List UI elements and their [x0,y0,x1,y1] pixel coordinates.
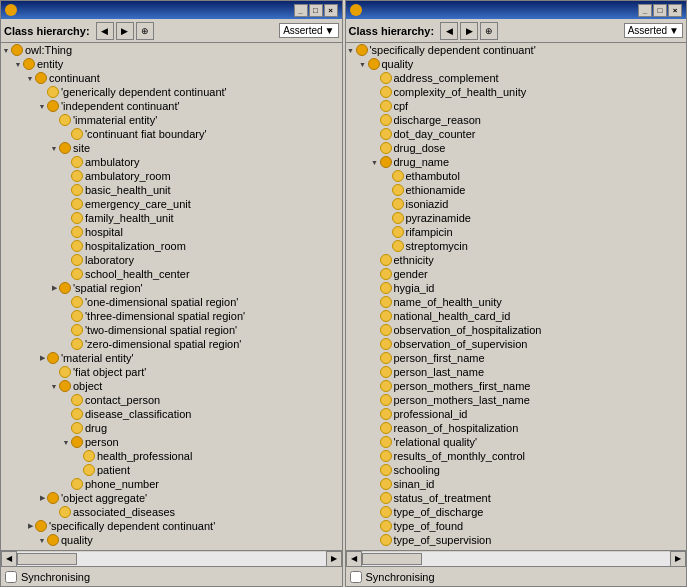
tree-item[interactable]: ambulatory [1,155,342,169]
tree-item[interactable]: person_mothers_last_name [346,393,687,407]
tree-item[interactable]: family_health_unit [1,211,342,225]
left-add-btn[interactable]: ⊕ [136,22,154,40]
tree-item[interactable]: ▼owl:Thing [1,43,342,57]
tree-item[interactable]: status_of_treatment [346,491,687,505]
right-maximize-btn[interactable]: □ [653,4,667,17]
tree-item[interactable]: dot_day_counter [346,127,687,141]
tree-item[interactable]: sinan_id [346,477,687,491]
tree-toggle[interactable]: ▼ [358,59,368,69]
tree-item[interactable]: observation_of_hospitalization [346,323,687,337]
tree-item[interactable]: hospitalization_room [1,239,342,253]
left-hscroll-thumb[interactable] [17,553,77,565]
right-hscrollbar[interactable]: ◀ ▶ [346,550,687,566]
left-hscroll-track[interactable] [17,552,326,566]
tree-toggle[interactable]: ▼ [49,381,59,391]
tree-item[interactable]: streptomycin [346,239,687,253]
left-close-btn[interactable]: × [324,4,338,17]
tree-item[interactable]: 'generically dependent continuant' [1,85,342,99]
right-add-btn[interactable]: ⊕ [480,22,498,40]
tree-item[interactable]: 'three-dimensional spatial region' [1,309,342,323]
left-minimize-btn[interactable]: _ [294,4,308,17]
tree-toggle[interactable]: ▼ [49,143,59,153]
tree-item[interactable]: ethnicity [346,253,687,267]
tree-item[interactable]: reason_of_hospitalization [346,421,687,435]
tree-item[interactable]: pyrazinamide [346,211,687,225]
tree-toggle[interactable]: ▼ [37,535,47,545]
tree-item[interactable]: name_of_health_unity [346,295,687,309]
tree-item[interactable]: person_first_name [346,351,687,365]
tree-item[interactable]: ▶'object aggregate' [1,491,342,505]
tree-item[interactable]: ▼quality [346,57,687,71]
tree-toggle[interactable]: ▶ [49,283,59,293]
tree-item[interactable]: associated_diseases [1,505,342,519]
tree-item[interactable]: patient [1,463,342,477]
tree-item[interactable]: ▶'spatial region' [1,281,342,295]
right-tree[interactable]: ▼'specifically dependent continuant'▼qua… [346,43,687,550]
tree-item[interactable]: laboratory [1,253,342,267]
tree-item[interactable]: emergency_care_unit [1,197,342,211]
left-maximize-btn[interactable]: □ [309,4,323,17]
tree-toggle[interactable]: ▼ [25,73,35,83]
tree-item[interactable]: professional_id [346,407,687,421]
tree-item[interactable]: phone_number [1,477,342,491]
right-back-btn[interactable]: ◀ [440,22,458,40]
tree-item[interactable]: 'continuant fiat boundary' [1,127,342,141]
tree-item[interactable]: type_of_supervision [346,533,687,547]
tree-toggle[interactable]: ▶ [37,493,47,503]
left-asserted-btn[interactable]: Asserted ▼ [279,23,338,38]
tree-item[interactable]: disease_classification [1,407,342,421]
right-hscroll-track[interactable] [362,552,671,566]
tree-item[interactable]: ▼'specifically dependent continuant' [346,43,687,57]
tree-item[interactable]: observation_of_supervision [346,337,687,351]
tree-item[interactable]: national_health_card_id [346,309,687,323]
tree-item[interactable]: complexity_of_health_unity [346,85,687,99]
tree-toggle[interactable]: ▼ [13,59,23,69]
right-status-checkbox[interactable] [350,571,362,583]
tree-item[interactable]: ▼quality [1,533,342,547]
tree-item[interactable]: hygia_id [346,281,687,295]
tree-toggle[interactable]: ▼ [37,101,47,111]
tree-item[interactable]: isoniazid [346,197,687,211]
tree-toggle[interactable]: ▶ [25,521,35,531]
tree-item[interactable]: person_last_name [346,365,687,379]
tree-item[interactable]: ethambutol [346,169,687,183]
right-close-btn[interactable]: × [668,4,682,17]
tree-item[interactable]: 'one-dimensional spatial region' [1,295,342,309]
right-forward-btn[interactable]: ▶ [460,22,478,40]
right-hscroll-right[interactable]: ▶ [670,551,686,567]
tree-toggle[interactable]: ▼ [370,157,380,167]
tree-toggle[interactable]: ▶ [37,353,47,363]
right-hscroll-thumb[interactable] [362,553,422,565]
tree-item[interactable]: 'fiat object part' [1,365,342,379]
tree-item[interactable]: type_of_discharge [346,505,687,519]
tree-item[interactable]: schooling [346,463,687,477]
tree-item[interactable]: ▶'material entity' [1,351,342,365]
tree-item[interactable]: ethionamide [346,183,687,197]
tree-toggle[interactable]: ▼ [61,437,71,447]
tree-item[interactable]: health_professional [1,449,342,463]
tree-item[interactable]: ▼object [1,379,342,393]
tree-item[interactable]: ▼person [1,435,342,449]
tree-item[interactable]: ▼'independent continuant' [1,99,342,113]
tree-item[interactable]: address_complement [346,71,687,85]
left-hscroll-left[interactable]: ◀ [1,551,17,567]
tree-item[interactable]: ▶'specifically dependent continuant' [1,519,342,533]
tree-item[interactable]: rifampicin [346,225,687,239]
tree-toggle[interactable]: ▼ [1,45,11,55]
tree-item[interactable]: ambulatory_room [1,169,342,183]
tree-item[interactable]: ▼drug_name [346,155,687,169]
tree-item[interactable]: person_mothers_first_name [346,379,687,393]
tree-item[interactable]: 'immaterial entity' [1,113,342,127]
tree-item[interactable]: contact_person [1,393,342,407]
tree-item[interactable]: hospital [1,225,342,239]
tree-item[interactable]: discharge_reason [346,113,687,127]
tree-item[interactable]: results_of_monthly_control [346,449,687,463]
tree-item[interactable]: 'relational quality' [346,435,687,449]
left-back-btn[interactable]: ◀ [96,22,114,40]
left-tree[interactable]: ▼owl:Thing▼entity▼continuant'generically… [1,43,342,550]
tree-item[interactable]: type_of_found [346,519,687,533]
tree-item[interactable]: ▼site [1,141,342,155]
left-forward-btn[interactable]: ▶ [116,22,134,40]
tree-toggle[interactable]: ▼ [346,45,356,55]
tree-item[interactable]: 'zero-dimensional spatial region' [1,337,342,351]
